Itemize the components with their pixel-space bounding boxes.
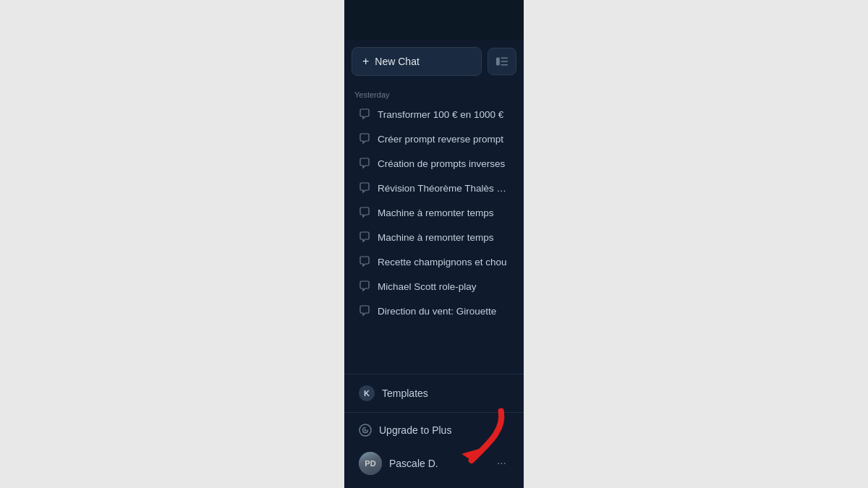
chat-bubble-icon — [359, 207, 370, 218]
sidebar: + New Chat Yesterday T — [344, 0, 524, 488]
chat-bubble-icon — [359, 305, 370, 317]
chat-bubble-icon — [359, 158, 370, 169]
svg-rect-1 — [501, 57, 508, 59]
chat-bubble-icon — [359, 231, 370, 243]
templates-label: Templates — [382, 388, 428, 399]
sidebar-divider-2 — [344, 412, 524, 413]
upgrade-label: Upgrade to Plus — [379, 424, 451, 436]
section-label-yesterday: Yesterday — [344, 83, 524, 102]
new-chat-label: New Chat — [375, 56, 419, 67]
chat-list-item[interactable]: Transformer 100 € en 1000 € — [349, 102, 519, 127]
chat-item-label: Direction du vent: Girouette — [378, 306, 496, 317]
left-area — [0, 0, 344, 488]
chat-item-label: Création de prompts inverses — [378, 158, 505, 169]
chat-bubble-icon — [359, 108, 370, 120]
chat-item-label: Machine à remonter temps — [378, 207, 494, 218]
avatar-inner: PD — [359, 452, 382, 475]
chat-item-label: Michael Scott role-play — [378, 281, 477, 292]
user-profile[interactable]: PD Pascale D. ··· — [349, 445, 519, 482]
new-chat-button[interactable]: + New Chat — [352, 47, 482, 76]
sidebar-toggle-icon — [496, 56, 508, 67]
user-name: Pascale D. — [389, 458, 487, 469]
chat-list-item[interactable]: Création de prompts inverses — [349, 151, 519, 176]
sidebar-header — [344, 0, 524, 40]
chat-item-label: Créer prompt reverse prompt — [378, 134, 503, 145]
chat-list: Transformer 100 € en 1000 € Créer prompt… — [344, 102, 524, 371]
chat-list-item[interactable]: Créer prompt reverse prompt — [349, 127, 519, 151]
templates-icon: K — [359, 385, 375, 401]
chat-list-item[interactable]: Machine à remonter temps — [349, 200, 519, 225]
chat-item-label: Recette champignons et chou — [378, 257, 507, 267]
svg-point-5 — [365, 429, 367, 432]
more-menu-button[interactable]: ··· — [494, 455, 509, 471]
chat-bubble-icon — [359, 182, 370, 194]
right-area — [524, 0, 868, 488]
page-wrapper: + New Chat Yesterday T — [0, 0, 868, 488]
sidebar-divider — [344, 374, 524, 374]
upgrade-item[interactable]: Upgrade to Plus — [349, 416, 519, 445]
sidebar-toggle-button[interactable] — [488, 48, 516, 75]
avatar: PD — [359, 452, 382, 475]
sidebar-bottom: K Templates Upgrade to Plus — [344, 377, 524, 488]
svg-rect-2 — [501, 61, 508, 62]
chat-bubble-icon — [359, 256, 370, 267]
chat-bubble-icon — [359, 133, 370, 145]
avatar-initials: PD — [365, 459, 375, 468]
chat-list-item[interactable]: Recette champignons et chou — [349, 249, 519, 274]
upgrade-icon — [359, 424, 372, 437]
plus-icon: + — [362, 55, 369, 68]
chat-item-label: Révision Théorème Thalès + Q — [378, 183, 509, 194]
chat-list-item[interactable]: Direction du vent: Girouette — [349, 299, 519, 323]
chat-item-label: Machine à remonter temps — [378, 232, 494, 243]
chat-list-item[interactable]: Machine à remonter temps — [349, 225, 519, 249]
chat-item-label: Transformer 100 € en 1000 € — [378, 109, 503, 120]
svg-rect-3 — [501, 64, 508, 66]
templates-item[interactable]: K Templates — [349, 377, 519, 409]
sidebar-actions: + New Chat — [344, 40, 524, 83]
chat-bubble-icon — [359, 281, 370, 292]
chat-list-item[interactable]: Michael Scott role-play — [349, 274, 519, 299]
svg-rect-0 — [496, 57, 500, 65]
chat-list-item[interactable]: Révision Théorème Thalès + Q — [349, 176, 519, 200]
